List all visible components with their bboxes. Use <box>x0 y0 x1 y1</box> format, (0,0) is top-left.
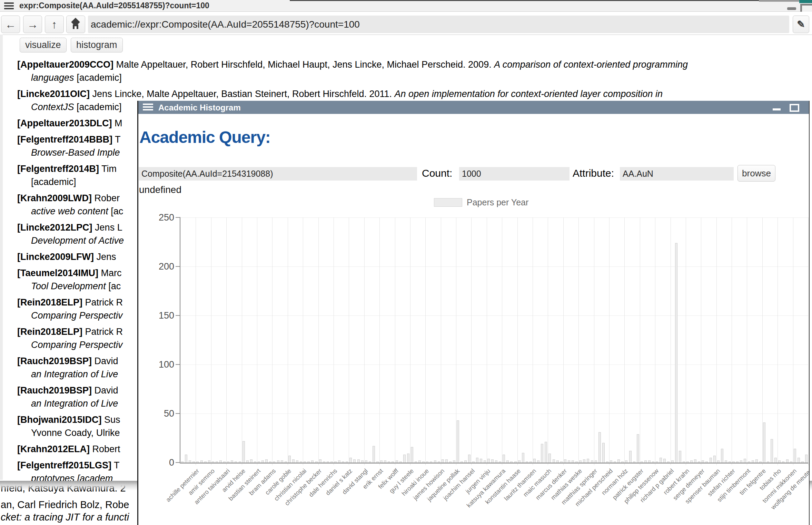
chart-bar[interactable] <box>805 455 808 463</box>
chart-bar[interactable] <box>721 449 723 463</box>
histogram-window-title: Academic Histogram <box>158 103 241 113</box>
background-text-line: an, Carl Friedrich Bolz, Robe <box>1 499 129 511</box>
count-label: Count: <box>422 167 452 179</box>
chart-bar[interactable] <box>288 456 291 463</box>
chart-bar[interactable] <box>564 459 566 463</box>
chart-bar[interactable] <box>774 458 777 463</box>
chart-bar[interactable] <box>602 443 605 463</box>
chart-bar[interactable] <box>353 459 356 463</box>
chart-bar[interactable] <box>679 451 681 463</box>
chart-bar[interactable] <box>713 456 716 463</box>
chart-bar[interactable] <box>598 432 601 463</box>
chart-bar[interactable] <box>583 459 585 463</box>
chart-bar[interactable] <box>349 458 352 463</box>
histogram-titlebar[interactable]: Academic Histogram <box>138 101 809 114</box>
chart-bar[interactable] <box>403 455 406 463</box>
papers-chart[interactable]: Papers per Year achille peternieramir se… <box>138 193 809 525</box>
chart-bar[interactable] <box>541 444 543 463</box>
y-axis-label: 100 <box>145 359 174 370</box>
browse-button[interactable]: browse <box>737 165 775 182</box>
chart-bar[interactable] <box>553 459 555 463</box>
chart-bar[interactable] <box>771 439 773 463</box>
legend-swatch <box>434 198 462 207</box>
attribute-input[interactable] <box>620 167 734 181</box>
chart-bar[interactable] <box>545 442 547 463</box>
chart-bar[interactable] <box>548 454 551 463</box>
count-input[interactable] <box>459 167 570 181</box>
chart-bar[interactable] <box>744 459 746 463</box>
chart-bar[interactable] <box>694 459 696 463</box>
chart-bar[interactable] <box>357 459 360 463</box>
legend-label: Papers per Year <box>467 197 528 207</box>
chart-bar[interactable] <box>445 459 448 463</box>
chart-bar[interactable] <box>411 447 413 463</box>
chart-bar[interactable] <box>786 459 789 463</box>
screen: expr:Composite(AA.AuId=2055148755)?count… <box>0 0 812 525</box>
histogram-content: Academic Query: Count: Attribute: browse… <box>138 114 809 525</box>
chart-bar[interactable] <box>794 449 796 463</box>
chart-bar[interactable] <box>675 243 677 463</box>
histogram-maximize-icon[interactable] <box>790 104 799 112</box>
chart-bar[interactable] <box>457 420 459 463</box>
chart-bar[interactable] <box>660 458 662 463</box>
histogram-minimize-icon[interactable] <box>773 108 781 110</box>
chart-bar[interactable] <box>710 458 712 463</box>
chart-bar[interactable] <box>637 434 639 463</box>
chart-bar[interactable] <box>407 454 409 463</box>
chart-bar[interactable] <box>533 459 536 463</box>
query-row: Count: Attribute: browse <box>138 166 809 182</box>
histogram-window: Academic Histogram Academic Query: Count… <box>137 101 810 525</box>
chart-bar[interactable] <box>629 451 632 463</box>
histogram-menu-icon[interactable] <box>143 104 153 111</box>
chart-bar[interactable] <box>442 459 444 463</box>
y-axis-label: 50 <box>145 408 174 419</box>
attribute-label: Attribute: <box>573 167 614 179</box>
chart-bar[interactable] <box>480 459 482 463</box>
chart-bar[interactable] <box>503 455 505 463</box>
chart-bar[interactable] <box>468 455 471 463</box>
chart-bar[interactable] <box>763 422 765 463</box>
chart-bar[interactable] <box>491 459 494 463</box>
y-axis-label: 250 <box>145 212 174 223</box>
chart-bar[interactable] <box>250 459 252 463</box>
chart-bar[interactable] <box>373 446 375 463</box>
chart-bar[interactable] <box>185 455 187 463</box>
chart-bar[interactable] <box>319 459 321 463</box>
chart-bar[interactable] <box>617 459 620 463</box>
chart-bar[interactable] <box>755 459 758 463</box>
chart-bar[interactable] <box>663 459 666 463</box>
chart-bar[interactable] <box>292 459 295 463</box>
background-text-line: cket: a tracing JIT for a functi <box>1 512 129 523</box>
query-heading: Academic Query: <box>139 128 270 147</box>
query-expression-input[interactable] <box>139 167 417 181</box>
chart-bar[interactable] <box>587 459 589 463</box>
y-axis-label: 200 <box>145 261 174 272</box>
chart-bar[interactable] <box>522 453 524 463</box>
chart-bar[interactable] <box>798 458 800 463</box>
chart-bar[interactable] <box>242 441 245 463</box>
chart-bar[interactable] <box>487 459 490 463</box>
y-axis-label: 0 <box>145 457 174 468</box>
chart-bar[interactable] <box>265 459 268 463</box>
chart-bar[interactable] <box>476 458 478 463</box>
y-axis-label: 150 <box>145 310 174 321</box>
